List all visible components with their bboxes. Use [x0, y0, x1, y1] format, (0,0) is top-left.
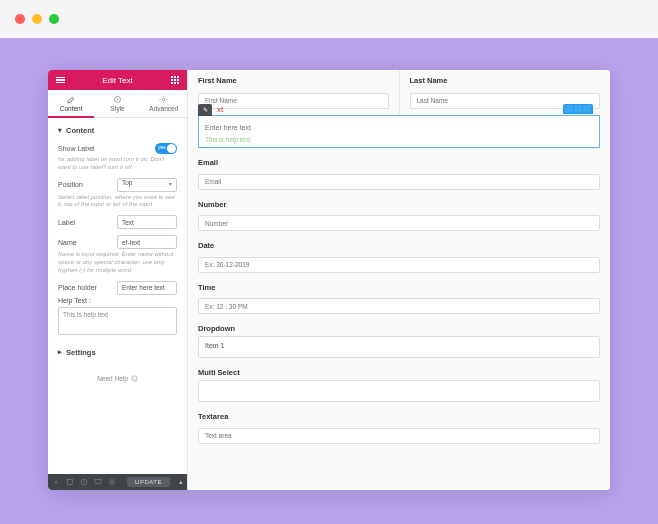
dropdown-label: Dropdown — [198, 324, 600, 333]
dropdown-value: Item 1 — [205, 342, 224, 349]
row-time: Time — [198, 283, 600, 315]
multiselect-label: Multi Select — [198, 368, 600, 377]
panel-body: Content Show Label yes for adding label … — [48, 118, 187, 474]
selected-text-input[interactable] — [199, 118, 599, 136]
row-placeholder: Place holder — [58, 281, 177, 295]
hint-position: Select label position, where you want to… — [58, 194, 177, 210]
tab-content-label: Content — [60, 105, 83, 112]
row-textarea: Textarea — [198, 412, 600, 444]
preview-icon[interactable] — [108, 478, 116, 486]
panel-tabs: Content Style Advanced — [48, 90, 187, 118]
delete-widget-icon[interactable] — [583, 105, 591, 113]
apps-icon[interactable] — [169, 74, 181, 86]
show-label-label: Show Label — [58, 145, 95, 152]
menu-icon[interactable] — [54, 74, 66, 86]
row-label: Label — [58, 215, 177, 229]
email-label: Email — [198, 158, 600, 167]
required-indicator: xt — [217, 105, 223, 114]
history-icon[interactable] — [80, 478, 88, 486]
svg-point-4 — [55, 481, 57, 483]
tab-advanced-label: Advanced — [149, 105, 178, 112]
helptext-textarea[interactable]: This is help text — [58, 307, 177, 335]
edit-widget-icon[interactable] — [565, 105, 573, 113]
window-maximize-dot[interactable] — [49, 14, 59, 24]
section-settings-label: Settings — [66, 348, 96, 357]
window-close-dot[interactable] — [15, 14, 25, 24]
multiselect-input[interactable] — [198, 380, 600, 402]
row-number: Number — [198, 200, 600, 232]
hint-name: Name is input required. Enter name witho… — [58, 251, 177, 274]
style-icon — [113, 95, 122, 104]
toggle-state-text: yes — [158, 144, 166, 150]
row-position: Position Top — [58, 178, 177, 192]
name-input[interactable] — [117, 235, 177, 249]
editor-app: Edit Text Content Style Advanced Con — [48, 70, 610, 490]
number-label: Number — [198, 200, 600, 209]
show-label-toggle[interactable]: yes — [155, 143, 177, 154]
form-preview-canvas[interactable]: First Name Last Name ✎ xt This is help t… — [188, 70, 610, 490]
tab-style[interactable]: Style — [94, 90, 140, 117]
tab-style-label: Style — [110, 105, 124, 112]
svg-point-8 — [111, 481, 113, 483]
row-show-label: Show Label yes — [58, 143, 177, 154]
row-name: Name — [58, 235, 177, 249]
position-value: Top — [122, 179, 132, 186]
date-label: Date — [198, 241, 600, 250]
textarea-input[interactable] — [198, 428, 600, 444]
email-input[interactable] — [198, 174, 600, 190]
row-date: Date — [198, 241, 600, 273]
panel-title: Edit Text — [102, 76, 133, 85]
section-content-label: Content — [66, 126, 94, 135]
time-label: Time — [198, 283, 600, 292]
row-name-fields: First Name Last Name — [188, 70, 610, 115]
browser-chrome — [0, 0, 658, 38]
row-dropdown: Dropdown Item 1 — [198, 324, 600, 358]
duplicate-widget-icon[interactable] — [574, 105, 582, 113]
widget-type-tag[interactable]: ✎ — [198, 104, 212, 116]
label-input[interactable] — [117, 215, 177, 229]
placeholder-label: Place holder — [58, 284, 97, 291]
update-options-icon[interactable]: ▴ — [179, 478, 183, 486]
first-name-label: First Name — [198, 76, 389, 85]
editor-panel: Edit Text Content Style Advanced Con — [48, 70, 188, 490]
position-select[interactable]: Top — [117, 178, 177, 192]
navigator-icon[interactable] — [66, 478, 74, 486]
row-multiselect: Multi Select — [198, 368, 600, 402]
settings-icon[interactable] — [52, 478, 60, 486]
date-input[interactable] — [198, 257, 600, 273]
time-input[interactable] — [198, 298, 600, 314]
tab-advanced[interactable]: Advanced — [141, 90, 187, 117]
stage: Edit Text Content Style Advanced Con — [0, 38, 658, 522]
first-name-input[interactable] — [198, 93, 389, 109]
svg-rect-5 — [67, 479, 72, 484]
last-name-label: Last Name — [410, 76, 601, 85]
placeholder-input[interactable] — [117, 281, 177, 295]
selected-help-text: This is help text — [199, 136, 599, 147]
helptext-label: Help Text : — [58, 297, 91, 304]
number-input[interactable] — [198, 215, 600, 231]
section-settings-toggle[interactable]: Settings — [58, 348, 177, 357]
position-label: Position — [58, 181, 83, 188]
need-help-link[interactable]: Need Help — [58, 375, 177, 382]
dropdown-select[interactable]: Item 1 — [198, 336, 600, 358]
name-label: Name — [58, 239, 77, 246]
need-help-label: Need Help — [97, 375, 128, 382]
panel-bottom-bar: UPDATE ▴ — [48, 474, 187, 490]
svg-rect-7 — [95, 480, 101, 484]
row-email: Email — [198, 158, 600, 190]
selected-text-widget[interactable]: ✎ xt This is help text — [198, 115, 600, 149]
update-button[interactable]: UPDATE — [127, 477, 170, 487]
svg-point-1 — [117, 99, 119, 101]
hint-show-label: for adding label on input turn it on. Do… — [58, 156, 177, 172]
widget-toolbar[interactable] — [563, 104, 593, 114]
label-label: Label — [58, 219, 75, 226]
textarea-label: Textarea — [198, 412, 600, 421]
responsive-icon[interactable] — [94, 478, 102, 486]
window-minimize-dot[interactable] — [32, 14, 42, 24]
tab-content[interactable]: Content — [48, 90, 94, 117]
panel-header: Edit Text — [48, 70, 187, 90]
section-content-toggle[interactable]: Content — [58, 126, 177, 135]
svg-point-2 — [163, 98, 165, 100]
pencil-icon — [67, 95, 76, 104]
row-helptext: Help Text : This is help text — [58, 297, 177, 336]
